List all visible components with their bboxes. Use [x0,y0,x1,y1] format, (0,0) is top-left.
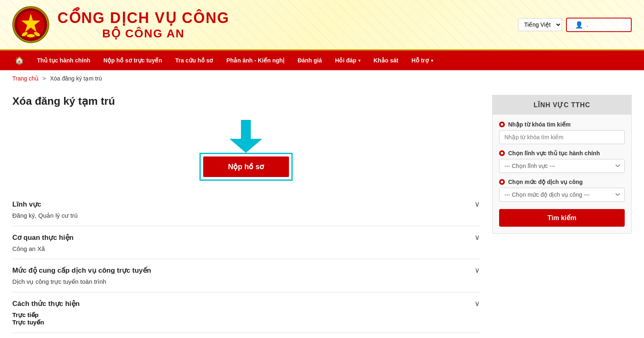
section-co-quan: Cơ quan thực hiện ∨ Công an Xã [12,226,480,259]
logo-svg [16,10,45,39]
title-line1: CỔNG DỊCH VỤ CÔNG [57,9,229,27]
section-linh-vuc: Lĩnh vực ∨ Đăng ký, Quản lý cư trú [12,193,480,226]
nav-label-thu-tuc: Thủ tục hành chính [37,57,90,64]
logo [12,6,49,43]
user-button[interactable]: 👤 . [566,18,632,32]
logo-inner [14,8,47,41]
header-title: CỔNG DỊCH VỤ CÔNG BỘ CÔNG AN [57,9,229,40]
sidebar-body: Nhập từ khóa tìm kiếm Chọn lĩnh vực thủ … [493,115,631,233]
nav-item-thu-tuc[interactable]: Thủ tục hành chính [30,51,97,70]
chevron-co-quan: ∨ [474,233,480,242]
search-button[interactable]: Tìm kiếm [499,209,625,227]
radio-linh-vuc [499,150,505,156]
section-muc-do-body: Dịch vụ công trực tuyến toàn trình [12,275,480,285]
nav-label-hoi-dap: Hỏi đáp [335,57,356,64]
svg-point-4 [27,34,35,37]
section-muc-do-header[interactable]: Mức độ cung cấp dịch vụ công trực tuyến … [12,266,480,275]
nav-label-ho-tro: Hỗ trợ [411,57,429,64]
chevron-down-icon-2: ▾ [431,58,433,63]
section-co-quan-title: Cơ quan thực hiện [12,233,73,242]
svg-rect-5 [241,120,251,139]
chevron-muc-do: ∨ [474,266,480,275]
header-left: CỔNG DỊCH VỤ CÔNG BỘ CÔNG AN [12,6,229,43]
section-cach-thuc-title: Cách thức thực hiện [12,299,80,308]
user-icon: 👤 [575,21,583,29]
linh-vuc-label: Chọn lĩnh vực thủ tục hành chính [499,150,625,156]
home-icon: 🏠 [15,56,24,65]
nav-label-tra-cuu: Tra cứu hồ sơ [175,57,213,64]
cach-thuc-line1: Trực tiếp [12,311,480,319]
breadcrumb-home[interactable]: Trang chủ [12,75,39,82]
section-cach-thuc-header[interactable]: Cách thức thực hiện ∨ [12,299,480,308]
section-cach-thuc-body: Trực tiếp Trực tuyến [12,308,480,326]
nav-item-phan-anh[interactable]: Phản ánh - Kiến nghị [220,51,291,70]
linh-vuc-select[interactable]: --- Chọn lĩnh vực --- [499,159,625,173]
nav-label-khao-sat: Khảo sát [374,57,398,64]
nav-label-phan-anh: Phản ánh - Kiến nghị [226,57,284,64]
sidebar-box: LĨNH VỰC TTHC Nhập từ khóa tìm kiếm Chọn… [492,95,632,234]
chevron-cach-thuc: ∨ [474,299,480,308]
section-muc-do-title: Mức độ cung cấp dịch vụ công trực tuyến [12,266,151,275]
breadcrumb-separator: > [43,75,46,82]
chevron-linh-vuc: ∨ [474,200,480,209]
section-co-quan-body: Công an Xã [12,242,480,252]
muc-do-label: Chọn mức độ dịch vụ công [499,179,625,185]
muc-do-select[interactable]: --- Chọn mức độ dịch vụ công --- [499,188,625,202]
user-label: . [587,21,588,28]
nop-ho-so-button[interactable]: Nộp hồ sơ [203,156,289,177]
breadcrumb: Trang chủ > Xóa đăng ký tạm trú [0,70,644,87]
search-label: Nhập từ khóa tìm kiếm [499,121,625,128]
section-co-quan-header[interactable]: Cơ quan thực hiện ∨ [12,233,480,242]
svg-marker-6 [229,139,262,153]
header-right: Tiếng Việt English 👤 . [518,18,632,32]
content-area: Xóa đăng ký tạm trú Nộp hồ sơ Lĩnh vực ∨ [12,95,480,333]
nav-label-danh-gia: Đánh giá [298,57,322,64]
radio-search [499,122,505,127]
section-linh-vuc-body: Đăng ký, Quản lý cư trú [12,209,480,219]
nav-home[interactable]: 🏠 [8,51,30,70]
submit-button-wrapper: Nộp hồ sơ [199,153,292,181]
sidebar: LĨNH VỰC TTHC Nhập từ khóa tìm kiếm Chọn… [492,95,632,333]
down-arrow-icon [229,120,262,153]
search-input[interactable] [499,130,625,144]
nav-item-hoi-dap[interactable]: Hỏi đáp ▾ [328,51,367,70]
section-muc-do: Mức độ cung cấp dịch vụ công trực tuyến … [12,259,480,292]
header: CỔNG DỊCH VỤ CÔNG BỘ CÔNG AN Tiếng Việt … [0,0,644,51]
breadcrumb-current: Xóa đăng ký tạm trú [50,75,102,82]
section-linh-vuc-title: Lĩnh vực [12,200,41,209]
section-linh-vuc-header[interactable]: Lĩnh vực ∨ [12,200,480,209]
nav-item-ho-tro[interactable]: Hỗ trợ ▾ [405,51,439,70]
cach-thuc-line2: Trực tuyến [12,319,480,326]
nav-item-nop-ho-so[interactable]: Nộp hồ sơ trực tuyến [97,51,169,70]
main-content: Xóa đăng ký tạm trú Nộp hồ sơ Lĩnh vực ∨ [0,87,644,338]
chevron-down-icon: ▾ [358,58,360,63]
sidebar-header: LĨNH VỰC TTHC [493,95,631,115]
nav-item-tra-cuu[interactable]: Tra cứu hồ sơ [169,51,220,70]
title-line2: BỘ CÔNG AN [57,27,229,40]
nav-item-khao-sat[interactable]: Khảo sát [367,51,405,70]
main-nav: 🏠 Thủ tục hành chính Nộp hồ sơ trực tuyế… [0,51,644,70]
section-cach-thuc: Cách thức thực hiện ∨ Trực tiếp Trực tuy… [12,292,480,333]
language-select[interactable]: Tiếng Việt English [518,18,562,31]
submit-area: Nộp hồ sơ [12,120,480,181]
page-title: Xóa đăng ký tạm trú [12,95,480,108]
radio-muc-do [499,179,505,185]
nav-label-nop-ho-so: Nộp hồ sơ trực tuyến [103,57,162,64]
nav-item-danh-gia[interactable]: Đánh giá [291,51,328,70]
